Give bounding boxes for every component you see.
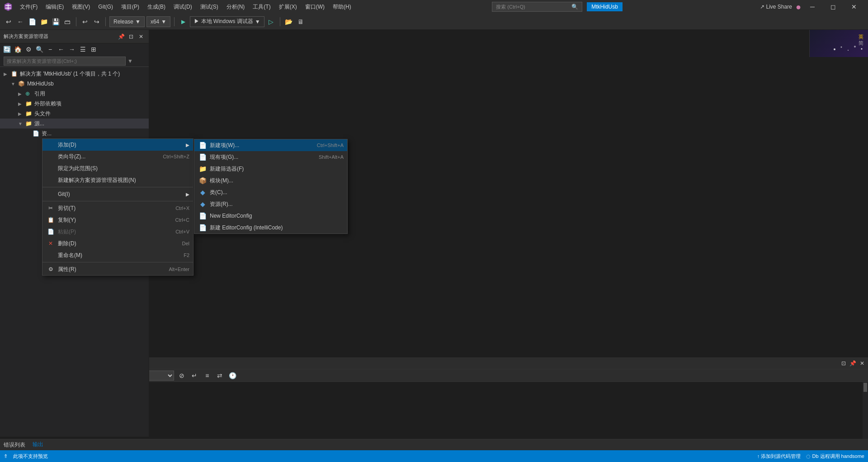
source-icon: 📁 (25, 120, 33, 127)
ext-deps-node[interactable]: ▶ 📁 外部依赖项 (0, 99, 149, 109)
sub-new-filter[interactable]: 📁 新建筛选器(F) (194, 163, 347, 175)
output-clear-btn[interactable]: ⊘ (177, 371, 187, 381)
sub-class[interactable]: ◆ 类(C)... (194, 186, 347, 198)
menu-test[interactable]: 测试(S) (197, 1, 222, 13)
run-dropdown[interactable]: ▶ 本地 Windows 调试器 ▼ (190, 16, 264, 27)
float-button[interactable]: ⊡ (127, 33, 135, 41)
output-close-icon[interactable]: ✕ (860, 360, 864, 367)
platform-dropdown[interactable]: x64 ▼ (146, 16, 170, 27)
header-arrow: ▶ (18, 111, 25, 116)
settings-button[interactable]: ⚙ (24, 44, 33, 54)
ctx-git[interactable]: Git(I) ▶ (42, 188, 193, 200)
sub-editorconfig[interactable]: 📄 New EditorConfig (194, 210, 347, 222)
collapse-button[interactable]: − (45, 44, 55, 54)
menu-analyze[interactable]: 分析(N) (223, 1, 249, 13)
prev-button[interactable]: ← (56, 44, 66, 54)
ctx-add[interactable]: 添加(D) ▶ 📄 新建项(W)... Ctrl+Shift+A 📄 现有项(G… (42, 139, 193, 151)
sub-module-icon: 📦 (198, 177, 207, 184)
menu-bar: 文件(F) 编辑(E) 视图(V) Git(G) 项目(P) 生成(B) 调试(… (0, 0, 868, 14)
minimap-label-en: 英 (859, 33, 863, 40)
search-box[interactable]: 搜索 (Ctrl+Q) 🔍 (492, 2, 582, 12)
project-node[interactable]: ▼ 📦 MtkHidUsb (0, 79, 149, 89)
menu-edit[interactable]: 编辑(E) (42, 1, 67, 13)
menu-git[interactable]: Git(G) (94, 2, 117, 12)
output-toggle-btn[interactable]: ≡ (202, 371, 212, 381)
toolbar-properties[interactable]: 🖥 (296, 17, 306, 27)
menu-file[interactable]: 文件(F) (16, 1, 41, 13)
filter-button[interactable]: 🔍 (34, 44, 44, 54)
toolbar-save[interactable]: 💾 (51, 17, 61, 27)
ctx-copy[interactable]: 📋 复制(Y) Ctrl+C (42, 214, 193, 226)
solution-search-input[interactable] (4, 57, 126, 66)
restore-button[interactable]: ◻ (823, 0, 844, 14)
ctx-new-view[interactable]: 新建解决方案资源管理器视图(N) (42, 174, 193, 186)
ctx-add-arrow: ▶ (186, 143, 189, 148)
live-share-button[interactable]: ↗ Live Share (760, 4, 792, 10)
output-tab[interactable]: 输出 (33, 439, 43, 451)
continue-btn[interactable]: ▷ (266, 17, 276, 27)
expand-button[interactable]: ⊞ (89, 44, 99, 54)
menu-view[interactable]: 视图(V) (68, 1, 94, 13)
view-button[interactable]: ☰ (78, 44, 88, 54)
toolbar-save-all[interactable]: 🗃 (62, 17, 72, 27)
ctx-paste[interactable]: 📄 粘贴(P) Ctrl+V (42, 226, 193, 238)
toolbar-redo[interactable]: ↪ (92, 17, 102, 27)
minimize-button[interactable]: ─ (802, 0, 823, 14)
menu-help[interactable]: 帮助(H) (329, 1, 355, 13)
output-wrap-btn[interactable]: ↵ (189, 371, 199, 381)
toolbar-browse[interactable]: 📂 (284, 17, 294, 27)
toolbar-undo2[interactable]: ↩ (80, 17, 90, 27)
ctx-cut[interactable]: ✂ 剪切(T) Ctrl+X (42, 202, 193, 214)
account-icon[interactable]: ● (796, 2, 801, 12)
menu-debug[interactable]: 调试(D) (170, 1, 196, 13)
output-scrollbar[interactable] (863, 382, 868, 439)
menu-build[interactable]: 生成(B) (144, 1, 169, 13)
next-button[interactable]: → (67, 44, 77, 54)
header-node[interactable]: ▶ 📁 头文件 (0, 109, 149, 119)
output-float-icon[interactable]: ⊡ (841, 360, 846, 367)
toolbar: ↩ ← 📄 📁 💾 🗃 ↩ ↪ Release ▼ x64 ▼ ▶ ▶ 本地 W… (0, 14, 868, 30)
menu-tools[interactable]: 工具(T) (249, 1, 274, 13)
ctx-rename[interactable]: 重命名(M) F2 (42, 249, 193, 261)
sub-new-item[interactable]: 📄 新建项(W)... Ctrl+Shift+A (194, 139, 347, 151)
right-controls: ↗ Live Share ● (760, 2, 801, 12)
error-list-tab[interactable]: 错误列表 (4, 439, 25, 451)
config-arrow: ▼ (135, 19, 141, 25)
toolbar-undo[interactable]: ↩ (4, 17, 14, 27)
menu-window[interactable]: 窗口(W) (302, 1, 328, 13)
ctx-properties[interactable]: ⚙ 属性(R) Alt+Enter (42, 263, 193, 275)
ctx-scope[interactable]: 限定为此范围(S) (42, 162, 193, 174)
pin-button[interactable]: 📌 (117, 33, 125, 41)
references-node[interactable]: ▶ ⊕ 引用 (0, 89, 149, 99)
menu-extensions[interactable]: 扩展(X) (275, 1, 301, 13)
output-pin-icon[interactable]: 📌 (849, 360, 856, 367)
scrollbar-thumb (863, 383, 867, 392)
ctx-paste-shortcut: Ctrl+V (175, 229, 189, 234)
sub-class-label: 类(C)... (210, 189, 344, 196)
solution-root[interactable]: ▶ 📋 解决方案 'MtkHidUsb' (1 个项目，共 1 个) (0, 69, 149, 79)
sub-existing-label: 现有项(G)... (210, 153, 319, 161)
resource-node[interactable]: 📄 资... (0, 129, 149, 138)
sub-module[interactable]: 📦 模块(M)... (194, 175, 347, 186)
output-clock-btn[interactable]: 🕐 (227, 371, 237, 381)
close-button[interactable]: ✕ (844, 0, 864, 14)
sub-intellicode[interactable]: 📄 新建 EditorConfig (IntelliCode) (194, 222, 347, 233)
status-source-control[interactable]: ↑ 添加到源代码管理 (757, 453, 801, 460)
ctx-delete[interactable]: ✕ 删除(D) Del (42, 238, 193, 249)
menu-project[interactable]: 项目(P) (118, 1, 143, 13)
toolbar-open[interactable]: 📁 (39, 17, 49, 27)
sub-existing[interactable]: 📄 现有项(G)... Shift+Alt+A (194, 151, 347, 163)
source-node[interactable]: ▼ 📁 源... (0, 119, 149, 129)
sep1 (76, 17, 76, 26)
toolbar-back[interactable]: ← (15, 17, 25, 27)
sub-resource[interactable]: ◆ 资源(R)... (194, 198, 347, 210)
close-panel-button[interactable]: ✕ (137, 33, 145, 41)
ctx-class-wizard[interactable]: 类向导(Z)... Ctrl+Shift+Z (42, 151, 193, 162)
config-dropdown[interactable]: Release ▼ (109, 16, 145, 27)
platform-arrow: ▼ (161, 19, 166, 25)
run-button[interactable]: ▶ (178, 17, 188, 27)
sync-button[interactable]: 🔄 (2, 44, 12, 54)
home-button[interactable]: 🏠 (13, 44, 23, 54)
toolbar-new[interactable]: 📄 (27, 17, 37, 27)
output-sync-btn[interactable]: ⇄ (215, 371, 225, 381)
